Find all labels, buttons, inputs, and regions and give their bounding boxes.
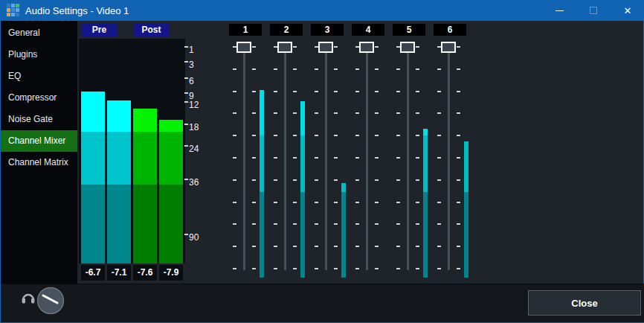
slider-tick [416, 135, 419, 136]
slider-tick [396, 246, 400, 247]
channel-level-meter [300, 46, 305, 278]
slider-tick [233, 91, 236, 92]
slider-tick [315, 157, 318, 159]
scale-tick [184, 179, 188, 180]
slider-tick [416, 112, 419, 114]
headphones-icon[interactable] [21, 290, 36, 305]
slider-tick [457, 91, 460, 92]
scale-tick [184, 77, 188, 79]
slider-tick [416, 179, 419, 181]
minimize-button[interactable] [542, 0, 576, 21]
slider-tick [396, 202, 400, 203]
slider-tick [334, 246, 338, 247]
scale-label-1: 1 [184, 45, 194, 55]
slider-tick [252, 46, 256, 48]
slider-tick [252, 246, 256, 247]
slider-tick [375, 91, 379, 92]
slider-tick [334, 91, 338, 92]
scale-label-18: 18 [184, 122, 199, 132]
slider-tick [274, 223, 277, 225]
volume-slider-handle[interactable] [236, 42, 251, 53]
scale-label-12: 12 [184, 100, 199, 110]
post-label: Post [133, 24, 170, 36]
volume-slider-track[interactable] [407, 46, 409, 270]
slider-tick [396, 91, 400, 92]
slider-tick [334, 46, 338, 48]
scale-label-36: 36 [184, 177, 199, 188]
slider-tick [437, 68, 441, 70]
slider-tick [355, 112, 359, 114]
slider-tick [233, 157, 236, 159]
volume-slider-handle[interactable] [277, 42, 292, 53]
slider-tick [252, 91, 256, 92]
slider-tick [375, 68, 379, 70]
volume-slider-track[interactable] [325, 46, 327, 270]
slider-tick [457, 135, 460, 136]
slider-tick [457, 157, 460, 159]
slider-tick [315, 179, 318, 181]
volume-slider-handle[interactable] [400, 42, 415, 53]
sidebar-item-channel-matrix[interactable]: Channel Matrix [1, 152, 77, 173]
prepost-meter-panel: Pre Post -6.7-7.1-7.6-7.9 dBFS [79, 21, 185, 289]
sidebar-item-eq[interactable]: EQ [1, 65, 77, 87]
sidebar-item-channel-mixer[interactable]: Channel Mixer [1, 130, 77, 152]
slider-tick [457, 268, 460, 269]
channel-meter-unfilled [382, 46, 387, 278]
slider-tick [416, 202, 419, 203]
scale-label-24: 24 [184, 144, 199, 154]
slider-tick [355, 179, 359, 181]
scale-label-6: 6 [184, 76, 194, 86]
slider-tick [252, 157, 256, 159]
channel-level-meter [464, 46, 468, 278]
volume-slider-handle[interactable] [318, 42, 333, 53]
close-button[interactable]: Close [528, 290, 641, 316]
slider-tick [396, 268, 400, 269]
channel-meter-unfilled [464, 46, 468, 141]
slider-tick [355, 246, 359, 247]
scale-tick [184, 234, 188, 235]
slider-tick [233, 179, 236, 181]
slider-tick [416, 223, 419, 225]
slider-tick [457, 179, 460, 181]
sidebar-item-compressor[interactable]: Compressor [1, 87, 77, 109]
slider-tick [375, 46, 379, 48]
scale-label-text: 36 [189, 177, 199, 188]
slider-tick [233, 268, 236, 269]
slider-tick [457, 46, 460, 48]
slider-tick [252, 202, 256, 203]
slider-tick [293, 91, 297, 92]
sidebar-item-noise-gate[interactable]: Noise Gate [1, 109, 77, 130]
channel-number-label: 1 [229, 24, 262, 36]
volume-slider-handle[interactable] [359, 42, 374, 53]
sidebar-item-general[interactable]: General [1, 22, 77, 44]
meter-bar-post-1 [133, 39, 157, 263]
meter-value-post-2: -7.9 [159, 265, 183, 281]
close-window-button[interactable]: ✕ [611, 0, 644, 21]
meter-value-pre-2: -7.1 [107, 265, 131, 281]
slider-tick [252, 179, 256, 181]
sidebar-item-plugins[interactable]: Plugins [1, 44, 77, 65]
volume-slider-track[interactable] [448, 46, 450, 270]
slider-tick [274, 68, 277, 70]
volume-slider-track[interactable] [366, 46, 368, 270]
slider-tick [293, 46, 297, 48]
channel-meter-unfilled [423, 46, 428, 129]
slider-tick [233, 68, 236, 70]
channel-level-meter [260, 46, 264, 278]
maximize-icon [590, 7, 597, 14]
scale-label-text: 1 [189, 45, 194, 55]
slider-tick [437, 112, 441, 114]
volume-slider-handle[interactable] [441, 42, 456, 53]
meter-bar-unfilled [81, 39, 105, 92]
slider-tick [315, 268, 318, 269]
slider-tick [457, 202, 460, 203]
slider-tick [274, 135, 277, 136]
slider-tick [252, 268, 256, 269]
scale-tick [184, 61, 188, 63]
volume-slider-track[interactable] [284, 46, 286, 270]
meter-value-pre-1: -6.7 [81, 265, 105, 281]
slider-tick [355, 135, 359, 136]
volume-slider-track[interactable] [243, 46, 245, 270]
monitor-volume-knob[interactable] [36, 286, 65, 316]
channel-number-label: 4 [352, 24, 384, 36]
